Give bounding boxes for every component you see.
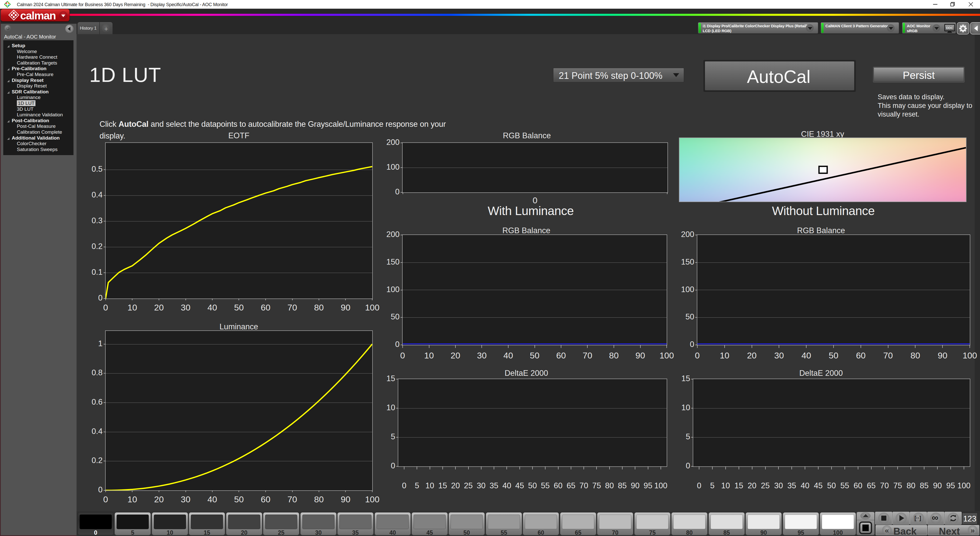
svg-text:DDC: DDC xyxy=(946,26,953,30)
